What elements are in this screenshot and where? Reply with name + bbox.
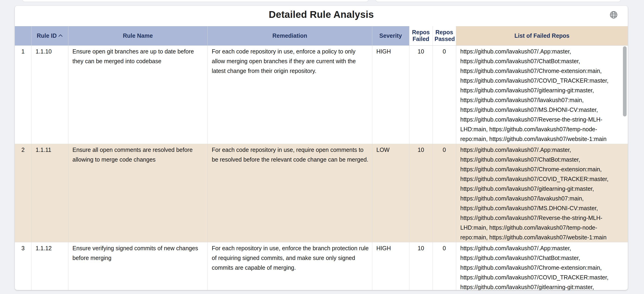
rule-name-cell: Ensure all open comments are resolved be… bbox=[68, 144, 208, 242]
rule-id-cell: 1.1.11 bbox=[31, 144, 68, 242]
col-header-rule-id[interactable]: Rule ID bbox=[31, 26, 68, 45]
rules-table: Rule ID Rule Name Remediation Severity R… bbox=[15, 26, 628, 290]
remediation-cell: For each repository in use, enforce the … bbox=[208, 242, 372, 290]
table-row: 2 1.1.11 Ensure all open comments are re… bbox=[15, 144, 628, 242]
partial-card-top-right bbox=[376, 0, 620, 2]
globe-button[interactable] bbox=[609, 10, 618, 19]
severity-cell: HIGH bbox=[372, 45, 409, 144]
col-header-index bbox=[15, 26, 31, 45]
remediation-cell: For each code repository in use, enforce… bbox=[208, 45, 372, 144]
repos-passed-cell: 0 bbox=[432, 144, 456, 242]
row-index: 3 bbox=[15, 242, 31, 290]
failed-repos-cell: https://github.com/lavakush07/.App:maste… bbox=[456, 144, 628, 242]
rule-id-cell: 1.1.10 bbox=[31, 45, 68, 144]
col-header-severity[interactable]: Severity bbox=[372, 26, 409, 45]
severity-cell: HIGH bbox=[372, 242, 409, 290]
repos-failed-cell: 10 bbox=[409, 144, 432, 242]
chevron-up-icon bbox=[58, 34, 63, 37]
vertical-scrollbar-thumb[interactable] bbox=[623, 46, 626, 117]
repos-passed-cell: 0 bbox=[432, 45, 456, 144]
globe-icon bbox=[609, 10, 618, 19]
severity-cell: LOW bbox=[372, 144, 409, 242]
repos-passed-cell: 0 bbox=[432, 242, 456, 290]
vertical-scrollbar bbox=[623, 46, 626, 289]
page: Detailed Rule Analysis Rule ID bbox=[0, 0, 644, 294]
col-header-rule-name[interactable]: Rule Name bbox=[68, 26, 208, 45]
failed-repos-cell: https://github.com/lavakush07/.App:maste… bbox=[456, 242, 628, 290]
col-header-repos-failed[interactable]: Repos Failed bbox=[409, 26, 432, 45]
col-header-repos-passed[interactable]: Repos Passed bbox=[432, 26, 456, 45]
col-header-failed-repos[interactable]: List of Failed Repos bbox=[456, 26, 628, 45]
page-title: Detailed Rule Analysis bbox=[15, 9, 628, 20]
col-header-remediation[interactable]: Remediation bbox=[208, 26, 372, 45]
failed-repos-cell: https://github.com/lavakush07/.App:maste… bbox=[456, 45, 628, 144]
row-index: 1 bbox=[15, 45, 31, 144]
table-row: 1 1.1.10 Ensure open git branches are up… bbox=[15, 45, 628, 144]
detailed-rule-analysis-card: Detailed Rule Analysis Rule ID bbox=[15, 6, 628, 290]
partial-card-top-left bbox=[22, 0, 368, 2]
rule-name-cell: Ensure verifying signed commits of new c… bbox=[68, 242, 208, 290]
row-index: 2 bbox=[15, 144, 31, 242]
repos-failed-cell: 10 bbox=[409, 45, 432, 144]
table-header-row: Rule ID Rule Name Remediation Severity R… bbox=[15, 26, 628, 45]
rule-id-cell: 1.1.12 bbox=[31, 242, 68, 290]
table-row: 3 1.1.12 Ensure verifying signed commits… bbox=[15, 242, 628, 290]
repos-failed-cell: 10 bbox=[409, 242, 432, 290]
remediation-cell: For each code repository in use, require… bbox=[208, 144, 372, 242]
rule-name-cell: Ensure open git branches are up to date … bbox=[68, 45, 208, 144]
col-header-rule-id-label: Rule ID bbox=[37, 32, 56, 39]
